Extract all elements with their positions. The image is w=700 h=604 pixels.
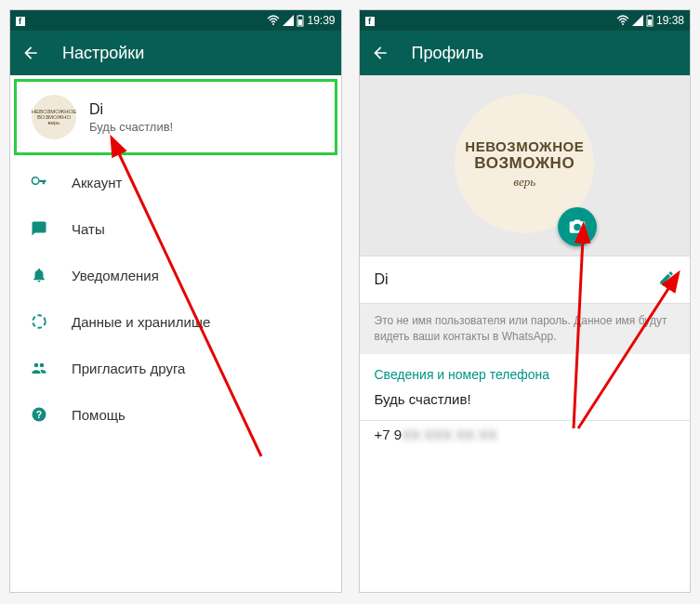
settings-list: НЕВОЗМОЖНОЕ ВОЗМОЖНО верь Di Будь счастл… (10, 75, 341, 592)
wifi-icon (616, 15, 629, 26)
svg-point-7 (34, 363, 39, 368)
settings-item-notifications[interactable]: Уведомления (10, 252, 341, 298)
fb-icon: f (16, 14, 25, 27)
key-icon (29, 174, 49, 190)
section-about-phone: Сведения и номер телефона (360, 354, 691, 386)
fb-icon: f (365, 14, 375, 27)
settings-item-label: Пригласить друга (72, 361, 185, 376)
svg-text:?: ? (36, 409, 42, 420)
wifi-icon (267, 15, 280, 26)
status-bar: f 19:38 (360, 10, 691, 31)
svg-point-14 (622, 23, 624, 25)
svg-point-2 (272, 23, 274, 25)
settings-item-invite[interactable]: Пригласить друга (10, 345, 341, 391)
settings-item-data[interactable]: Данные и хранилище (10, 298, 341, 345)
app-bar: Профиль (360, 31, 691, 75)
settings-item-label: Данные и хранилище (72, 314, 210, 330)
page-title: Профиль (412, 44, 484, 63)
phone-row[interactable]: +7 9XX XXX XX XX (360, 421, 691, 455)
pencil-icon (658, 269, 675, 286)
settings-item-label: Чаты (72, 221, 105, 237)
app-bar: Настройки (10, 31, 341, 75)
people-icon (29, 360, 49, 376)
back-button[interactable] (21, 44, 40, 62)
settings-item-account[interactable]: Аккаунт (10, 159, 341, 205)
about-row[interactable]: Будь счастлив! (360, 386, 691, 420)
settings-item-help[interactable]: ? Помощь (10, 391, 341, 438)
page-title: Настройки (62, 44, 144, 63)
signal-icon (632, 15, 643, 26)
svg-point-6 (33, 315, 46, 328)
profile-card[interactable]: НЕВОЗМОЖНОЕ ВОЗМОЖНО верь Di Будь счастл… (14, 79, 337, 155)
settings-item-label: Аккаунт (72, 175, 122, 190)
chat-icon (29, 220, 49, 237)
help-icon: ? (29, 406, 49, 423)
clock: 19:38 (656, 14, 684, 27)
status-bar: f 19:39 (10, 10, 341, 31)
bell-icon (29, 267, 49, 283)
camera-button[interactable] (558, 207, 597, 246)
camera-icon (568, 217, 587, 236)
name-hint: Это не имя пользователя или пароль. Данн… (360, 304, 691, 354)
battery-icon (646, 15, 654, 27)
phone-profile: f 19:38 Профиль НЕВОЗМОЖНОЕ ВОЗМОЖНО вер… (359, 9, 692, 593)
settings-item-chats[interactable]: Чаты (10, 205, 341, 252)
svg-rect-16 (649, 15, 651, 16)
profile-header: НЕВОЗМОЖНОЕ ВОЗМОЖНО верь (360, 75, 691, 256)
profile-status: Будь счастлив! (89, 120, 173, 134)
settings-item-label: Уведомления (72, 268, 159, 283)
svg-rect-5 (298, 20, 302, 25)
svg-point-8 (40, 363, 45, 368)
clock: 19:39 (307, 14, 335, 27)
avatar: НЕВОЗМОЖНОЕ ВОЗМОЖНО верь (32, 95, 76, 139)
phone-settings: f 19:39 Настройки НЕВОЗМОЖНОЕ ВОЗМОЖНО в… (9, 9, 342, 593)
data-icon (29, 313, 49, 330)
battery-icon (297, 15, 304, 27)
edit-name-button[interactable] (658, 269, 675, 290)
profile-name: Di (89, 101, 173, 118)
name-row[interactable]: Di (360, 256, 691, 304)
settings-item-label: Помощь (72, 407, 125, 423)
name-value: Di (375, 271, 389, 288)
signal-icon (283, 15, 294, 26)
back-button[interactable] (371, 44, 390, 62)
profile-content: НЕВОЗМОЖНОЕ ВОЗМОЖНО верь Di Это не имя … (360, 75, 691, 592)
svg-rect-4 (299, 15, 301, 16)
svg-rect-17 (648, 20, 652, 25)
